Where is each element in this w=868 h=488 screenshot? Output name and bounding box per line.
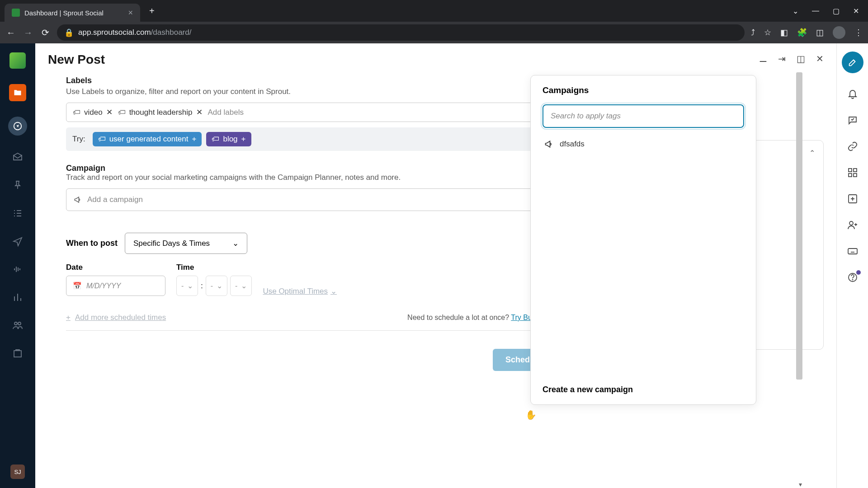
user-avatar[interactable]: SJ xyxy=(10,465,25,479)
share-icon[interactable]: ⤴ xyxy=(751,28,755,38)
url-host: app.sproutsocial.com/dashboard/ xyxy=(78,28,191,37)
scroll-thumb[interactable] xyxy=(796,72,802,380)
add-people-button[interactable] xyxy=(847,220,858,230)
campaign-input[interactable]: Add a campaign xyxy=(66,188,575,211)
svg-point-9 xyxy=(849,221,853,225)
sidebar-item-list[interactable] xyxy=(11,207,24,220)
when-to-post-label: When to post xyxy=(66,239,118,248)
compass-icon xyxy=(13,121,23,131)
tag-icon: 🏷 xyxy=(73,108,80,117)
maximize-icon[interactable]: ▢ xyxy=(833,7,840,15)
close-tab-icon[interactable]: × xyxy=(128,8,133,18)
popover-title: Campaigns xyxy=(542,85,744,95)
suggestion-chip[interactable]: 🏷 blog + xyxy=(206,132,251,146)
remove-label-icon[interactable]: ✕ xyxy=(106,108,113,117)
forward-button[interactable]: → xyxy=(23,28,33,38)
notification-dot xyxy=(856,270,861,275)
date-input[interactable]: 📅 M/D/YYYY xyxy=(66,276,165,296)
sidebar-item-send[interactable] xyxy=(11,235,24,248)
sidepanel-icon[interactable]: ◫ xyxy=(816,28,824,38)
keyboard-button[interactable] xyxy=(847,246,858,257)
extension-badge-icon[interactable]: ◧ xyxy=(780,28,788,38)
folder-icon xyxy=(13,88,22,97)
campaign-description: Track and report on your social marketin… xyxy=(66,173,575,182)
chevron-down-icon[interactable]: ⌄ xyxy=(793,7,798,15)
sidebar-item-reports[interactable] xyxy=(11,291,24,304)
sidebar-item-folder[interactable] xyxy=(9,84,26,101)
apps-button[interactable] xyxy=(847,167,858,178)
dock-right-icon[interactable]: ⇥ xyxy=(778,53,786,64)
chevron-down-icon: ⌄ xyxy=(217,282,222,290)
bookmark-icon[interactable]: ☆ xyxy=(764,28,771,38)
sidebar-item-inbox[interactable] xyxy=(11,151,24,164)
hour-select[interactable]: -⌄ xyxy=(176,276,198,296)
notifications-button[interactable] xyxy=(847,89,858,99)
svg-point-2 xyxy=(18,322,21,325)
when-to-post-select[interactable]: Specific Days & Times ⌄ xyxy=(125,233,247,254)
add-icon: + xyxy=(192,135,197,144)
sprout-logo-icon[interactable] xyxy=(9,52,26,69)
scroll-down-icon[interactable]: ▾ xyxy=(796,481,804,488)
chevron-down-icon: ⌄ xyxy=(330,286,337,296)
svg-rect-10 xyxy=(848,249,857,254)
minimize-composer-icon[interactable]: ⚊ xyxy=(759,53,767,64)
collapse-preview-icon[interactable]: ⌃ xyxy=(809,149,815,157)
campaign-placeholder: Add a campaign xyxy=(87,195,143,204)
reload-button[interactable]: ⟳ xyxy=(40,27,51,38)
sidebar-item-audio[interactable] xyxy=(11,263,24,276)
new-tab-button[interactable]: + xyxy=(149,6,155,16)
keyboard-icon xyxy=(847,246,858,257)
pin-icon xyxy=(12,180,23,191)
svg-rect-6 xyxy=(849,174,852,177)
svg-point-12 xyxy=(852,280,853,280)
minute-select[interactable]: -⌄ xyxy=(206,276,227,296)
add-more-times-link[interactable]: + Add more scheduled times xyxy=(66,313,166,322)
create-campaign-link[interactable]: Create a new campaign xyxy=(542,378,744,394)
sidebar-item-compass[interactable] xyxy=(8,117,27,136)
megaphone-icon xyxy=(544,140,553,149)
link-button[interactable] xyxy=(847,141,858,152)
close-window-icon[interactable]: ✕ xyxy=(853,7,859,15)
list-icon xyxy=(12,208,23,219)
back-button[interactable]: ← xyxy=(5,28,16,38)
label-chip: 🏷 thought leadership ✕ xyxy=(118,108,203,117)
close-icon[interactable]: ✕ xyxy=(816,53,824,64)
panel-icon[interactable]: ◫ xyxy=(797,53,805,64)
campaign-list-item[interactable]: dfsafds xyxy=(542,135,744,153)
tag-icon: 🏷 xyxy=(212,135,219,144)
remove-label-icon[interactable]: ✕ xyxy=(196,108,203,117)
profile-avatar-icon[interactable] xyxy=(833,26,845,39)
chat-button[interactable] xyxy=(847,115,858,126)
ampm-select[interactable]: -⌄ xyxy=(230,276,252,296)
add-panel-icon xyxy=(847,193,858,204)
sidebar-item-library[interactable] xyxy=(11,347,24,360)
url-input[interactable]: 🔒 app.sproutsocial.com/dashboard/ xyxy=(57,24,745,41)
scrollbar[interactable]: ▴ ▾ xyxy=(796,72,804,488)
minimize-icon[interactable]: — xyxy=(812,7,819,15)
browser-tab[interactable]: Dashboard | Sprout Social × xyxy=(5,4,140,22)
chart-icon xyxy=(12,292,23,303)
campaign-heading: Campaign xyxy=(66,164,575,173)
tag-icon: 🏷 xyxy=(98,135,106,144)
calendar-icon: 📅 xyxy=(73,282,82,290)
use-optimal-times-link[interactable]: Use Optimal Times ⌄ xyxy=(263,286,337,296)
add-icon: + xyxy=(241,135,246,144)
help-button[interactable] xyxy=(847,272,858,283)
sidebar-item-pin[interactable] xyxy=(11,179,24,192)
compose-button[interactable] xyxy=(842,52,863,73)
menu-icon[interactable]: ⋮ xyxy=(854,28,863,38)
add-people-icon xyxy=(847,220,858,230)
sidebar-item-people[interactable] xyxy=(11,319,24,332)
labels-input[interactable]: 🏷 video ✕ 🏷 thought leadership ✕ Add lab… xyxy=(66,103,575,122)
grid-icon xyxy=(847,167,858,178)
suggestion-chip[interactable]: 🏷 user generated content + xyxy=(93,132,202,146)
campaign-search-input[interactable]: Search to apply tags xyxy=(542,104,744,128)
window-controls: ⌄ — ▢ ✕ xyxy=(793,7,863,15)
try-label: Try: xyxy=(72,135,85,144)
add-panel-button[interactable] xyxy=(847,193,858,204)
suggestions-row: Try: 🏷 user generated content + 🏷 blog +… xyxy=(66,127,575,151)
people-icon xyxy=(12,320,23,331)
address-bar: ← → ⟳ 🔒 app.sproutsocial.com/dashboard/ … xyxy=(0,22,868,43)
megaphone-icon xyxy=(74,196,82,204)
extensions-icon[interactable]: 🧩 xyxy=(797,28,807,38)
